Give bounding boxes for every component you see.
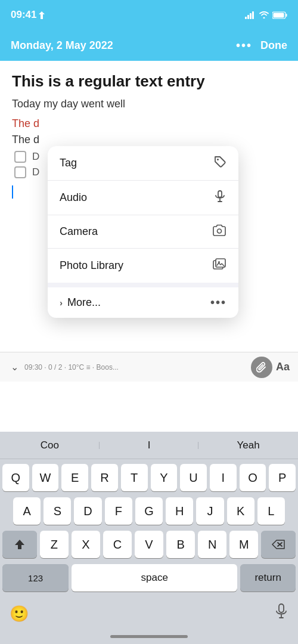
autocorrect-word-2[interactable]: I <box>100 439 199 451</box>
paperclip-icon <box>256 362 267 373</box>
more-dots-icon: ••• <box>210 296 226 309</box>
nav-bar: Monday, 2 May 2022 ••• Done <box>0 30 298 61</box>
dropdown-camera-label: Camera <box>60 225 98 238</box>
key-row-4: 123 space return <box>2 564 296 592</box>
key-v[interactable]: V <box>135 531 163 558</box>
key-j[interactable]: J <box>196 497 224 525</box>
key-d[interactable]: D <box>74 497 101 525</box>
dropdown-item-camera[interactable]: Camera <box>48 215 238 249</box>
key-p[interactable]: P <box>269 464 296 491</box>
journal-sub-text: The d <box>12 134 286 146</box>
keyboard-bottom-extras: 🙂 <box>0 600 298 628</box>
key-q[interactable]: Q <box>2 464 29 491</box>
backspace-icon <box>272 540 285 549</box>
key-r[interactable]: R <box>91 464 118 491</box>
key-x[interactable]: X <box>72 531 100 558</box>
nav-date: Monday, 2 May 2022 <box>11 39 113 52</box>
status-icons <box>245 11 287 19</box>
autocorrect-bar: Coo I Yeah <box>0 432 298 459</box>
key-a[interactable]: A <box>13 497 41 525</box>
key-c[interactable]: C <box>103 531 132 558</box>
shift-icon <box>14 538 26 550</box>
key-l[interactable]: L <box>257 497 285 525</box>
svg-rect-6 <box>274 13 284 17</box>
key-i[interactable]: I <box>210 464 237 491</box>
dropdown-menu: Tag Audio Camera Photo Lib <box>48 146 238 318</box>
bottom-toolbar: ⌄ 09:30 · 0 / 2 · 10°C ≡ · Boos... Aa <box>0 352 298 382</box>
svg-rect-5 <box>286 14 287 17</box>
autocorrect-word-3[interactable]: Yeah <box>198 439 298 451</box>
dropdown-item-audio[interactable]: Audio <box>48 181 238 215</box>
key-h[interactable]: H <box>166 497 193 525</box>
numbers-key[interactable]: 123 <box>2 564 69 592</box>
keyboard: Coo I Yeah Q W E R T Y U I O P A S D F G… <box>0 432 298 644</box>
key-w[interactable]: W <box>32 464 59 491</box>
journal-red-text: The d <box>12 117 286 130</box>
key-n[interactable]: N <box>198 531 226 558</box>
journal-title[interactable]: This is a regular text entry <box>12 72 286 92</box>
key-b[interactable]: B <box>166 531 195 558</box>
dropdown-more-label: More... <box>67 296 101 309</box>
key-z[interactable]: Z <box>40 531 69 558</box>
key-g[interactable]: G <box>135 497 163 525</box>
status-time: 09:41 <box>11 9 45 21</box>
svg-rect-3 <box>252 11 254 19</box>
checkbox-2[interactable] <box>14 166 26 178</box>
key-m[interactable]: M <box>229 531 258 558</box>
photo-library-icon <box>212 258 226 274</box>
mic-icon <box>213 190 226 206</box>
key-k[interactable]: K <box>227 497 254 525</box>
wifi-icon <box>259 11 269 18</box>
journal-body[interactable]: Today my day went well <box>12 98 286 110</box>
dropdown-item-tag[interactable]: Tag <box>48 146 238 181</box>
home-bar <box>110 635 188 638</box>
dropdown-more-button[interactable]: › More... ••• <box>48 287 238 318</box>
checkbox-1[interactable] <box>14 151 26 163</box>
camera-icon <box>212 224 226 239</box>
svg-rect-8 <box>218 191 222 197</box>
toolbar-chevron-icon[interactable]: ⌄ <box>8 359 21 375</box>
return-key[interactable]: return <box>240 564 296 592</box>
text-cursor <box>12 185 13 199</box>
check-label-1: D <box>32 151 39 163</box>
svg-rect-17 <box>279 604 284 612</box>
backspace-key[interactable] <box>261 531 296 558</box>
dictation-button[interactable] <box>274 603 288 624</box>
key-row-1: Q W E R T Y U I O P <box>2 464 296 491</box>
svg-point-14 <box>218 261 220 263</box>
dropdown-item-photo-library[interactable]: Photo Library <box>48 249 238 283</box>
more-button[interactable]: ••• <box>236 39 252 52</box>
attach-button[interactable] <box>251 357 272 378</box>
key-u[interactable]: U <box>180 464 207 491</box>
key-t[interactable]: T <box>121 464 148 491</box>
emoji-button[interactable]: 🙂 <box>10 605 29 623</box>
keyboard-mic-icon <box>274 603 288 620</box>
svg-rect-0 <box>245 17 247 19</box>
shift-key[interactable] <box>2 531 37 558</box>
key-s[interactable]: S <box>44 497 71 525</box>
autocorrect-word-1[interactable]: Coo <box>0 439 100 451</box>
nav-actions: ••• Done <box>236 39 287 52</box>
dropdown-tag-label: Tag <box>60 157 77 169</box>
dropdown-more-left: › More... <box>60 296 101 309</box>
space-key[interactable]: space <box>72 564 237 592</box>
key-row-3: Z X C V B N M <box>2 531 296 558</box>
svg-rect-1 <box>247 15 249 19</box>
font-button[interactable]: Aa <box>276 361 290 373</box>
key-e[interactable]: E <box>61 464 88 491</box>
toolbar-meta: 09:30 · 0 / 2 · 10°C ≡ · Boos... <box>24 363 247 371</box>
dropdown-divider <box>48 283 238 287</box>
keys-area: Q W E R T Y U I O P A S D F G H J K L <box>0 459 298 600</box>
status-bar: 09:41 <box>0 0 298 30</box>
key-f[interactable]: F <box>105 497 132 525</box>
done-button[interactable]: Done <box>260 39 287 52</box>
key-row-2: A S D F G H J K L <box>2 497 296 525</box>
chevron-right-icon: › <box>60 298 63 308</box>
key-y[interactable]: Y <box>151 464 178 491</box>
dropdown-audio-label: Audio <box>60 191 87 204</box>
key-o[interactable]: O <box>240 464 266 491</box>
signal-icon <box>245 11 256 19</box>
home-indicator <box>0 628 298 644</box>
battery-icon <box>272 11 287 19</box>
location-icon <box>39 11 45 19</box>
